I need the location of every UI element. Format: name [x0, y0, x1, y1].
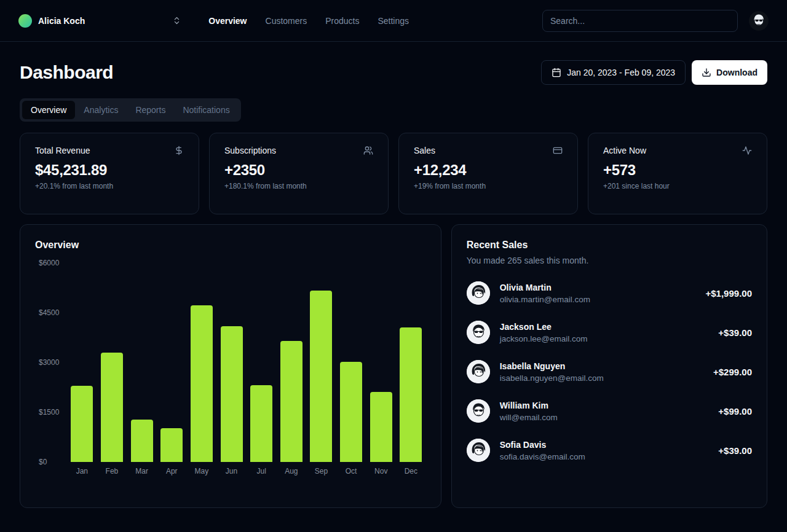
recent-sales-title: Recent Sales [467, 240, 752, 251]
page-header: Dashboard Jan 20, 2023 - Feb 09, 2023 Do… [20, 60, 767, 85]
sale-row: Isabella Nguyen isabella.nguyen@email.co… [467, 360, 752, 383]
chart-bar-sep [310, 291, 332, 462]
customer-email: olivia.martin@email.com [500, 295, 590, 304]
chart-bar-oct [340, 362, 362, 462]
chart-bar-jul [250, 385, 272, 462]
stat-change: +19% from last month [414, 182, 563, 190]
customer-email: sofia.davis@email.com [500, 452, 585, 461]
date-range-label: Jan 20, 2023 - Feb 09, 2023 [567, 68, 675, 77]
sale-amount: +$39.00 [718, 445, 752, 456]
customer-avatar [467, 439, 490, 462]
chart-bar-nov [370, 392, 392, 462]
dashboard-tabs: Overview Analytics Reports Notifications [20, 98, 241, 122]
x-tick-label: Jan [67, 467, 97, 475]
users-icon [363, 146, 373, 155]
stat-title: Sales [414, 146, 435, 155]
nav-link-overview[interactable]: Overview [208, 16, 247, 26]
recent-sales-subtitle: You made 265 sales this month. [467, 256, 752, 265]
chart-y-axis: $0$1500$3000$4500$6000 [35, 263, 67, 462]
user-avatar[interactable] [749, 11, 769, 31]
nav-link-customers[interactable]: Customers [266, 16, 307, 26]
bar-slot-nov [366, 263, 396, 462]
bar-slot-mar [127, 263, 157, 462]
customer-name: Olivia Martin [500, 283, 590, 292]
chart-bar-dec [400, 327, 422, 462]
stat-change: +180.1% from last month [224, 182, 373, 190]
dollar-icon [174, 146, 184, 155]
stat-title: Active Now [603, 146, 646, 155]
x-tick-label: Mar [127, 467, 157, 475]
bar-slot-sep [306, 263, 336, 462]
tab-reports[interactable]: Reports [127, 101, 174, 119]
bar-slot-jun [216, 263, 247, 462]
tab-notifications[interactable]: Notifications [174, 101, 238, 119]
customer-avatar [467, 321, 490, 344]
activity-icon [742, 146, 752, 155]
stat-title: Subscriptions [224, 146, 276, 155]
chart-bar-mar [131, 420, 153, 462]
bar-slot-may [187, 263, 217, 462]
y-tick-label: $6000 [39, 259, 59, 267]
download-icon [702, 68, 711, 77]
search-input[interactable] [542, 10, 738, 32]
chart-bar-jan [71, 386, 93, 462]
customer-name: Sofia Davis [500, 440, 585, 450]
stat-change: +201 since last hour [603, 182, 752, 190]
customer-avatar [467, 360, 490, 383]
chart-title: Overview [35, 240, 426, 251]
bar-slot-jan [67, 263, 97, 462]
chart-plot-area [67, 263, 426, 462]
main-nav: Overview Customers Products Settings [208, 16, 409, 26]
date-range-picker[interactable]: Jan 20, 2023 - Feb 09, 2023 [541, 60, 686, 85]
bar-slot-oct [336, 263, 366, 462]
chevrons-up-down-icon [172, 16, 181, 25]
customer-email: isabella.nguyen@email.com [500, 374, 604, 383]
stat-title: Total Revenue [35, 146, 90, 155]
topbar-right [542, 10, 769, 32]
x-tick-label: Apr [157, 467, 187, 475]
x-tick-label: Dec [396, 467, 426, 475]
chart-x-axis: JanFebMarAprMayJunJulAugSepOctNovDec [67, 467, 426, 475]
nav-link-products[interactable]: Products [325, 16, 359, 26]
chart-bar-aug [280, 341, 303, 462]
page-title: Dashboard [20, 62, 113, 83]
stat-card-active-now: Active Now +573 +201 since last hour [588, 133, 767, 214]
x-tick-label: Sep [306, 467, 336, 475]
customer-avatar [467, 399, 490, 423]
sale-row: William Kim will@email.com +$99.00 [467, 399, 752, 423]
calendar-icon [552, 68, 561, 77]
x-tick-label: May [187, 467, 217, 475]
customer-name: Jackson Lee [500, 322, 588, 332]
team-logo-icon [18, 14, 32, 28]
chart-bar-feb [101, 353, 123, 462]
recent-sales-list: Olivia Martin olivia.martin@email.com +$… [467, 281, 752, 462]
sale-amount: +$1,999.00 [706, 288, 753, 299]
sale-amount: +$39.00 [718, 327, 752, 338]
nav-link-settings[interactable]: Settings [378, 16, 409, 26]
stats-grid: Total Revenue $45,231.89 +20.1% from las… [20, 133, 767, 214]
bar-chart: $0$1500$3000$4500$6000 [35, 263, 426, 462]
stat-card-subscriptions: Subscriptions +2350 +180.1% from last mo… [209, 133, 389, 214]
team-switcher[interactable]: Alicia Koch [18, 14, 181, 28]
x-tick-label: Jun [216, 467, 247, 475]
sale-row: Sofia Davis sofia.davis@email.com +$39.0… [467, 439, 752, 462]
bar-slot-aug [276, 263, 306, 462]
recent-sales-card: Recent Sales You made 265 sales this mon… [451, 224, 767, 508]
stat-card-sales: Sales +12,234 +19% from last month [398, 133, 578, 214]
download-button[interactable]: Download [692, 60, 767, 85]
tab-overview[interactable]: Overview [22, 101, 75, 119]
tab-analytics[interactable]: Analytics [75, 101, 127, 119]
customer-email: will@email.com [500, 413, 558, 422]
x-tick-label: Jul [247, 467, 277, 475]
chart-bar-may [191, 305, 213, 462]
bar-slot-apr [157, 263, 187, 462]
team-name: Alicia Koch [38, 16, 85, 26]
stat-card-total-revenue: Total Revenue $45,231.89 +20.1% from las… [20, 133, 199, 214]
download-label: Download [716, 68, 757, 77]
customer-name: Isabella Nguyen [500, 361, 604, 371]
x-tick-label: Nov [366, 467, 396, 475]
customer-avatar [467, 281, 490, 305]
x-tick-label: Oct [336, 467, 366, 475]
bar-slot-jul [247, 263, 277, 462]
credit-card-icon [553, 146, 563, 155]
